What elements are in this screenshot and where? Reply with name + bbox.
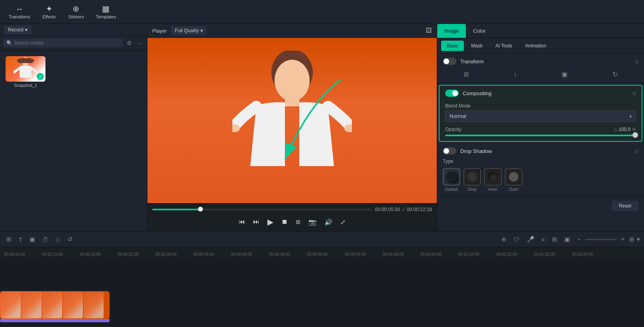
ruler-tick: 00:01:25:00: [572, 252, 610, 257]
grid-more-button[interactable]: ▾: [637, 236, 640, 243]
search-input[interactable]: [14, 40, 120, 46]
tab-image[interactable]: Image: [437, 24, 466, 38]
timeline-play-btn[interactable]: ⊕: [499, 234, 509, 245]
blend-mode-select[interactable]: Normal Multiply Screen Overlay Darken Li…: [445, 110, 636, 122]
ruler-tick: 00:01:10:00: [458, 252, 496, 257]
timeline-grid-btn[interactable]: ⊞: [550, 234, 560, 245]
top-navigation: ↔ Transitions ✦ Effects ⊕ Stickers ▦ Tem…: [0, 0, 644, 24]
media-item-snapshot1[interactable]: ✓ Snapshot_1: [6, 56, 45, 88]
shadow-type-default[interactable]: Default: [443, 168, 460, 192]
stickers-icon: ⊕: [73, 5, 79, 13]
transform-title: Transform: [460, 59, 631, 65]
quality-label: Full Quality: [175, 28, 199, 33]
transform-scale-icon[interactable]: ⊞: [463, 70, 469, 78]
timeline-shield-btn[interactable]: 🛡: [511, 235, 522, 245]
timeline-tracks: [0, 257, 644, 327]
shadow-type-drop[interactable]: Drop: [463, 168, 481, 192]
zoom-out-button[interactable]: −: [575, 235, 583, 244]
ruler-inner: 00:00:10:00 00:00:15:00 00:00:20:00 00:0…: [0, 247, 614, 257]
subtab-mask[interactable]: Mask: [465, 41, 488, 51]
timeline-select-tool[interactable]: ⊞: [4, 234, 14, 245]
crop-button[interactable]: ⊞: [294, 217, 302, 227]
nav-transitions[interactable]: ↔ Transitions: [4, 2, 35, 22]
drop-shadow-header: Drop Shadow ◇: [437, 143, 644, 157]
left-panel: 🔍 ⚙ ···: [0, 24, 147, 231]
drop-shadow-toggle[interactable]: [443, 147, 456, 155]
timeline-toolbar: ⊞ T ▣ ⏱ ◇ ↺ ⊕ 🛡 🎤 ≡ ⊞ ▣ − + ⊞ ▾: [0, 232, 644, 247]
shadow-type-outer[interactable]: Outer: [505, 168, 522, 192]
shadow-drop-label: Drop: [468, 187, 477, 192]
timeline-crop-tool[interactable]: ▣: [27, 234, 37, 245]
zoom-slider[interactable]: [585, 239, 617, 240]
transform-flip-icon[interactable]: ↕: [514, 70, 517, 78]
timeline-image-btn[interactable]: ▣: [562, 234, 572, 245]
svg-point-5: [275, 60, 310, 101]
more-button[interactable]: ···: [136, 38, 144, 48]
media-grid: ✓ Snapshot_1: [0, 51, 147, 231]
media-thumbnail: ✓: [6, 56, 45, 82]
stop-button[interactable]: ⏹: [280, 217, 289, 227]
video-canvas: [147, 38, 437, 203]
ruler-tick: 00:00:25:00: [118, 252, 155, 257]
stickers-label: Stickers: [68, 14, 84, 19]
timeline-text-overlay-btn[interactable]: ≡: [539, 235, 548, 245]
opacity-label-row: Opacity ◇ 100.0 %: [445, 127, 636, 132]
opacity-value: ◇ 100.0 %: [614, 127, 636, 132]
timeline-shape-tool[interactable]: ◇: [53, 234, 63, 245]
subtab-animation[interactable]: Animation: [519, 41, 552, 51]
shadow-type-label: Type: [437, 157, 644, 166]
nav-effects[interactable]: ✦ Effects: [37, 2, 61, 22]
grid-view-button[interactable]: ⊞: [629, 236, 634, 243]
record-area: Record ▾: [0, 24, 147, 36]
ruler-tick: 00:00:55:00: [345, 252, 383, 257]
reset-button[interactable]: Reset: [612, 201, 638, 211]
left-toolbar: 🔍 ⚙ ···: [0, 36, 147, 51]
ruler-tick: 00:00:40:00: [231, 252, 269, 257]
zoom-in-button[interactable]: +: [618, 235, 627, 244]
tab-color[interactable]: Color: [466, 24, 493, 38]
record-chevron-icon: ▾: [25, 27, 27, 33]
timeline-ruler: 00:00:10:00 00:00:15:00 00:00:20:00 00:0…: [0, 247, 644, 257]
step-back-button[interactable]: ⏭︎: [251, 217, 261, 227]
frame-thumb-2: [22, 292, 41, 318]
drop-shadow-section: Drop Shadow ◇ Type Default Drop: [437, 143, 644, 197]
nav-stickers[interactable]: ⊕ Stickers: [63, 2, 88, 22]
shadow-type-inner[interactable]: Inner: [484, 168, 502, 192]
fullscreen-button[interactable]: ⤢: [339, 217, 347, 227]
frame-thumb-4: [63, 292, 83, 318]
nav-templates[interactable]: ▦ Templates: [91, 2, 121, 22]
ruler-tick: 00:00:30:00: [155, 252, 193, 257]
transform-header: Transform ◇: [437, 54, 644, 69]
subtab-aitools[interactable]: AI Tools: [490, 41, 518, 51]
timeline-mic-btn[interactable]: 🎤: [524, 234, 537, 245]
ruler-tick: 00:00:50:00: [307, 252, 345, 257]
compositing-header: Compositing ◇: [440, 86, 642, 101]
timeline-text-tool[interactable]: T: [16, 235, 25, 245]
shadow-inner-label: Inner: [489, 187, 498, 192]
blend-mode-row: Blend Mode Normal Multiply Screen Overla…: [440, 101, 642, 125]
subtab-basic[interactable]: Basic: [441, 41, 464, 51]
record-button[interactable]: Record ▾: [4, 25, 31, 34]
timeline-video-clip[interactable]: [0, 291, 110, 319]
opacity-slider[interactable]: [445, 135, 636, 136]
play-button[interactable]: ▶: [266, 215, 275, 228]
compositing-toggle[interactable]: [445, 90, 459, 97]
bottom-timeline: ⊞ T ▣ ⏱ ◇ ↺ ⊕ 🛡 🎤 ≡ ⊞ ▣ − + ⊞ ▾ 00:00:10…: [0, 231, 644, 327]
timeline-rotate-tool[interactable]: ↺: [65, 234, 75, 245]
transitions-label: Transitions: [9, 14, 30, 19]
ruler-tick: 00:00:15:00: [42, 252, 80, 257]
progress-fill: [152, 209, 200, 210]
transform-rotate-icon[interactable]: ↻: [613, 70, 618, 78]
transform-crop-icon[interactable]: ▣: [562, 70, 567, 78]
progress-bar[interactable]: [152, 209, 372, 210]
search-box[interactable]: 🔍: [3, 39, 123, 47]
skip-back-button[interactable]: ⏮: [237, 217, 247, 227]
screenshot-button[interactable]: 🖼: [426, 27, 432, 34]
quality-button[interactable]: Full Quality ▾: [171, 26, 207, 35]
timeline-timer-tool[interactable]: ⏱: [40, 235, 51, 245]
snapshot-button[interactable]: 📷: [307, 217, 318, 227]
filter-button[interactable]: ⚙: [125, 38, 134, 48]
volume-button[interactable]: 🔊: [323, 217, 334, 227]
transform-icons: ⊞ ↕ ▣ ↻: [437, 69, 644, 83]
transform-toggle[interactable]: [443, 58, 456, 65]
